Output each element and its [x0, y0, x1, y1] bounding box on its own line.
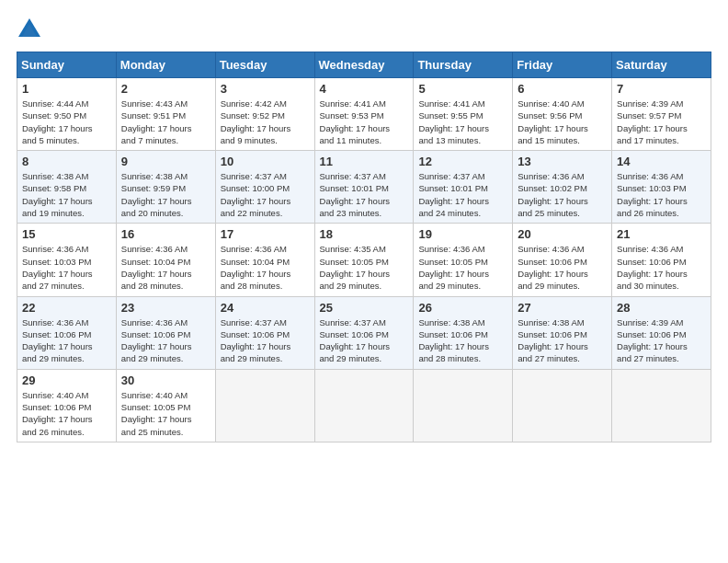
- day-info: Sunrise: 4:36 AM Sunset: 10:06 PM Daylig…: [22, 316, 111, 365]
- day-number: 2: [121, 82, 210, 96]
- day-info: Sunrise: 4:36 AM Sunset: 10:06 PM Daylig…: [121, 316, 210, 365]
- day-info: Sunrise: 4:36 AM Sunset: 10:05 PM Daylig…: [418, 243, 507, 292]
- header: [17, 17, 711, 42]
- day-cell: 26Sunrise: 4:38 AM Sunset: 10:06 PM Dayl…: [414, 296, 513, 369]
- day-cell: 8Sunrise: 4:38 AM Sunset: 9:58 PM Daylig…: [17, 151, 117, 224]
- day-info: Sunrise: 4:38 AM Sunset: 10:06 PM Daylig…: [518, 316, 607, 365]
- day-number: 19: [418, 227, 507, 241]
- day-number: 17: [221, 227, 310, 241]
- day-info: Sunrise: 4:41 AM Sunset: 9:55 PM Dayligh…: [418, 98, 507, 146]
- day-cell: 11Sunrise: 4:37 AM Sunset: 10:01 PM Dayl…: [314, 151, 414, 224]
- day-info: Sunrise: 4:37 AM Sunset: 10:06 PM Daylig…: [221, 316, 310, 365]
- day-info: Sunrise: 4:40 AM Sunset: 10:05 PM Daylig…: [121, 389, 210, 438]
- day-info: Sunrise: 4:36 AM Sunset: 10:04 PM Daylig…: [121, 243, 210, 292]
- day-cell: 6Sunrise: 4:40 AM Sunset: 9:56 PM Daylig…: [513, 78, 612, 151]
- day-number: 27: [518, 301, 607, 315]
- weekday-header-friday: Friday: [513, 52, 612, 78]
- day-cell: 12Sunrise: 4:37 AM Sunset: 10:01 PM Dayl…: [414, 151, 513, 224]
- page: SundayMondayTuesdayWednesdayThursdayFrid…: [0, 0, 728, 452]
- day-cell: 28Sunrise: 4:39 AM Sunset: 10:06 PM Dayl…: [612, 296, 711, 369]
- day-info: Sunrise: 4:36 AM Sunset: 10:03 PM Daylig…: [22, 243, 111, 292]
- day-number: 18: [320, 227, 409, 241]
- day-info: Sunrise: 4:39 AM Sunset: 10:06 PM Daylig…: [617, 316, 706, 365]
- day-cell: 5Sunrise: 4:41 AM Sunset: 9:55 PM Daylig…: [414, 78, 513, 151]
- day-number: 8: [22, 155, 111, 168]
- day-number: 21: [617, 227, 706, 241]
- day-number: 10: [221, 155, 310, 168]
- day-cell: 2Sunrise: 4:43 AM Sunset: 9:51 PM Daylig…: [116, 78, 215, 151]
- day-cell: 10Sunrise: 4:37 AM Sunset: 10:00 PM Dayl…: [215, 151, 314, 224]
- day-cell: 27Sunrise: 4:38 AM Sunset: 10:06 PM Dayl…: [513, 296, 612, 369]
- day-cell: 15Sunrise: 4:36 AM Sunset: 10:03 PM Dayl…: [17, 224, 117, 296]
- day-number: 9: [121, 155, 210, 168]
- weekday-header-thursday: Thursday: [414, 52, 513, 78]
- logo: [17, 17, 46, 42]
- day-cell: 22Sunrise: 4:36 AM Sunset: 10:06 PM Dayl…: [17, 296, 117, 369]
- day-info: Sunrise: 4:44 AM Sunset: 9:50 PM Dayligh…: [22, 98, 111, 146]
- day-cell: [414, 369, 513, 442]
- day-cell: 30Sunrise: 4:40 AM Sunset: 10:05 PM Dayl…: [116, 369, 215, 442]
- day-cell: 29Sunrise: 4:40 AM Sunset: 10:06 PM Dayl…: [17, 369, 117, 442]
- day-number: 28: [617, 301, 706, 315]
- day-info: Sunrise: 4:36 AM Sunset: 10:03 PM Daylig…: [617, 170, 706, 219]
- day-cell: 1Sunrise: 4:44 AM Sunset: 9:50 PM Daylig…: [17, 78, 117, 151]
- week-row-2: 8Sunrise: 4:38 AM Sunset: 9:58 PM Daylig…: [17, 151, 711, 224]
- day-number: 11: [320, 155, 409, 168]
- day-number: 7: [617, 82, 706, 96]
- day-number: 30: [121, 373, 210, 387]
- day-info: Sunrise: 4:37 AM Sunset: 10:01 PM Daylig…: [320, 170, 409, 219]
- week-row-4: 22Sunrise: 4:36 AM Sunset: 10:06 PM Dayl…: [17, 296, 711, 369]
- day-number: 20: [518, 227, 607, 241]
- day-cell: 13Sunrise: 4:36 AM Sunset: 10:02 PM Dayl…: [513, 151, 612, 224]
- day-info: Sunrise: 4:36 AM Sunset: 10:04 PM Daylig…: [221, 243, 310, 292]
- day-number: 24: [221, 301, 310, 315]
- day-info: Sunrise: 4:42 AM Sunset: 9:52 PM Dayligh…: [221, 98, 310, 146]
- day-info: Sunrise: 4:37 AM Sunset: 10:00 PM Daylig…: [221, 170, 310, 219]
- logo-icon: [17, 17, 42, 42]
- day-number: 22: [22, 301, 111, 315]
- day-info: Sunrise: 4:40 AM Sunset: 10:06 PM Daylig…: [22, 389, 111, 438]
- day-number: 1: [22, 82, 111, 96]
- day-info: Sunrise: 4:38 AM Sunset: 10:06 PM Daylig…: [418, 316, 507, 365]
- weekday-header-row: SundayMondayTuesdayWednesdayThursdayFrid…: [17, 52, 711, 78]
- weekday-header-saturday: Saturday: [612, 52, 711, 78]
- day-cell: [513, 369, 612, 442]
- day-cell: 17Sunrise: 4:36 AM Sunset: 10:04 PM Dayl…: [215, 224, 314, 296]
- week-row-5: 29Sunrise: 4:40 AM Sunset: 10:06 PM Dayl…: [17, 369, 711, 442]
- day-info: Sunrise: 4:37 AM Sunset: 10:01 PM Daylig…: [418, 170, 507, 219]
- day-cell: 14Sunrise: 4:36 AM Sunset: 10:03 PM Dayl…: [612, 151, 711, 224]
- day-number: 13: [518, 155, 607, 168]
- week-row-1: 1Sunrise: 4:44 AM Sunset: 9:50 PM Daylig…: [17, 78, 711, 151]
- day-cell: 24Sunrise: 4:37 AM Sunset: 10:06 PM Dayl…: [215, 296, 314, 369]
- day-cell: [314, 369, 414, 442]
- day-info: Sunrise: 4:37 AM Sunset: 10:06 PM Daylig…: [320, 316, 409, 365]
- day-number: 15: [22, 227, 111, 241]
- day-info: Sunrise: 4:38 AM Sunset: 9:59 PM Dayligh…: [121, 170, 210, 219]
- day-number: 25: [320, 301, 409, 315]
- day-cell: 3Sunrise: 4:42 AM Sunset: 9:52 PM Daylig…: [215, 78, 314, 151]
- week-row-3: 15Sunrise: 4:36 AM Sunset: 10:03 PM Dayl…: [17, 224, 711, 296]
- day-number: 16: [121, 227, 210, 241]
- day-number: 14: [617, 155, 706, 168]
- day-cell: 18Sunrise: 4:35 AM Sunset: 10:05 PM Dayl…: [314, 224, 414, 296]
- day-number: 5: [418, 82, 507, 96]
- day-cell: 25Sunrise: 4:37 AM Sunset: 10:06 PM Dayl…: [314, 296, 414, 369]
- day-cell: [612, 369, 711, 442]
- day-info: Sunrise: 4:38 AM Sunset: 9:58 PM Dayligh…: [22, 170, 111, 219]
- day-number: 6: [518, 82, 607, 96]
- day-info: Sunrise: 4:36 AM Sunset: 10:06 PM Daylig…: [518, 243, 607, 292]
- day-cell: 20Sunrise: 4:36 AM Sunset: 10:06 PM Dayl…: [513, 224, 612, 296]
- weekday-header-sunday: Sunday: [17, 52, 117, 78]
- day-cell: 23Sunrise: 4:36 AM Sunset: 10:06 PM Dayl…: [116, 296, 215, 369]
- calendar-table: SundayMondayTuesdayWednesdayThursdayFrid…: [17, 52, 711, 442]
- day-cell: 21Sunrise: 4:36 AM Sunset: 10:06 PM Dayl…: [612, 224, 711, 296]
- weekday-header-monday: Monday: [116, 52, 215, 78]
- day-cell: [215, 369, 314, 442]
- day-info: Sunrise: 4:40 AM Sunset: 9:56 PM Dayligh…: [518, 98, 607, 146]
- day-info: Sunrise: 4:39 AM Sunset: 9:57 PM Dayligh…: [617, 98, 706, 146]
- day-cell: 16Sunrise: 4:36 AM Sunset: 10:04 PM Dayl…: [116, 224, 215, 296]
- weekday-header-wednesday: Wednesday: [314, 52, 414, 78]
- day-number: 12: [418, 155, 507, 168]
- day-cell: 4Sunrise: 4:41 AM Sunset: 9:53 PM Daylig…: [314, 78, 414, 151]
- day-info: Sunrise: 4:41 AM Sunset: 9:53 PM Dayligh…: [320, 98, 409, 146]
